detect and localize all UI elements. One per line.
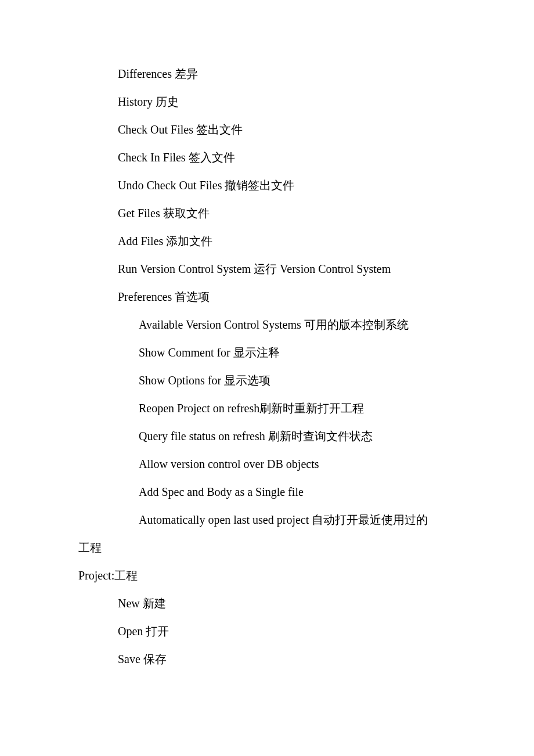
section-header: Project:工程 [78, 570, 456, 581]
text-line: History 历史 [78, 96, 456, 107]
text-line: Automatically open last used project 自动打… [78, 514, 456, 525]
document-content: Differences 差异History 历史Check Out Files … [78, 68, 456, 665]
text-line: Save 保存 [78, 653, 456, 665]
text-line: New 新建 [78, 597, 456, 609]
text-line: Differences 差异 [78, 68, 456, 80]
text-line: Show Comment for 显示注释 [78, 347, 456, 358]
text-line: Add Spec and Body as a Single file [78, 486, 456, 498]
text-line: Show Options for 显示选项 [78, 375, 456, 386]
text-line: Add Files 添加文件 [78, 235, 456, 247]
text-line: Query file status on refresh 刷新时查询文件状态 [78, 430, 456, 442]
text-line: Check In Files 签入文件 [78, 152, 456, 163]
text-line: Allow version control over DB objects [78, 458, 456, 470]
text-line: Reopen Project on refresh刷新时重新打开工程 [78, 402, 456, 414]
text-line: Get Files 获取文件 [78, 207, 456, 219]
text-line-continuation: 工程 [78, 542, 456, 553]
text-line: Check Out Files 签出文件 [78, 124, 456, 135]
text-line: Run Version Control System 运行 Version Co… [78, 263, 456, 275]
text-line: Available Version Control Systems 可用的版本控… [78, 319, 456, 330]
text-line: Preferences 首选项 [78, 291, 456, 303]
text-line: Undo Check Out Files 撤销签出文件 [78, 179, 456, 191]
text-line: Open 打开 [78, 625, 456, 637]
